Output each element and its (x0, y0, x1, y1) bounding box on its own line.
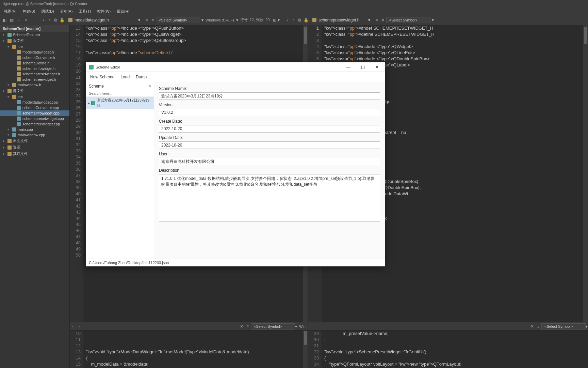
tree-item[interactable]: ▾头文件 (0, 37, 69, 44)
split-icon[interactable]: ⊞ (272, 17, 278, 23)
search-input[interactable] (86, 90, 154, 97)
close-button[interactable]: ✕ (372, 65, 382, 70)
dialog-scheme-list: Scheme ⇅ ▸ 测试方案2023年3月12日23点19分 (86, 82, 154, 259)
encoding[interactable]: Win (297, 324, 308, 328)
encoding[interactable]: Windows (CRLF) (203, 18, 236, 22)
tree-item[interactable]: ▾界面文件 (0, 138, 69, 144)
menu-item[interactable]: 分析(A) (58, 8, 76, 15)
close-icon[interactable]: ✕ (374, 17, 380, 23)
tree-item[interactable]: ▾src (0, 44, 69, 49)
tree-item[interactable]: schemeinfowidget.h (0, 66, 69, 71)
tree-item[interactable]: modeldatawidget.h (0, 49, 69, 55)
scrollbar[interactable] (583, 25, 588, 322)
expand-arrow-icon[interactable]: ▸ (88, 101, 90, 105)
tree-item[interactable]: ▾mainwindow.h (0, 82, 69, 88)
file-icon: 🗎 (53, 17, 59, 23)
menu-item[interactable]: 控件(W) (94, 8, 113, 15)
close-icon[interactable]: ✕ (239, 323, 245, 329)
scheme-editor-dialog: Scheme Editor — ▢ ✕ New Scheme Load Dump… (86, 62, 385, 266)
tree-item[interactable]: schemetreewidget.h (0, 77, 69, 82)
scheme-item-label: 测试方案2023年3月12日23点19分 (97, 98, 152, 108)
maximize-button[interactable]: ▢ (358, 65, 368, 70)
tool-icon[interactable]: ◧ (1, 17, 7, 23)
tree-item[interactable]: schemeConvertor.cpp (0, 105, 69, 110)
name-label: Scheme Name: (159, 86, 380, 91)
menu-item[interactable]: 构建(B) (20, 8, 38, 15)
close-icon[interactable]: ✕ (529, 323, 535, 329)
tree-item[interactable]: modeldatawidget.cpp (0, 99, 69, 105)
scheme-name-input[interactable] (159, 92, 380, 100)
scheme-header[interactable]: Scheme ⇅ (86, 82, 154, 90)
file-name: schemepresetwidget.h (318, 18, 359, 22)
symbol-combo-left[interactable]: <Select Symbol> (156, 17, 200, 23)
minimize-button[interactable]: — (343, 65, 354, 70)
editor-toolbar: ◧ ▤ ▫ ▿ ‹ › 🗎 🔒 modeldatawidget.h ▾ ✕ # … (0, 15, 588, 25)
nav-fwd-icon[interactable]: › (47, 17, 53, 23)
tree-item[interactable]: ▾main.cpp (0, 127, 69, 132)
lock-icon[interactable]: 🔒 (303, 17, 309, 23)
tree-item[interactable]: schemeConvertor.h (0, 55, 69, 60)
menu-item[interactable]: 工具(T) (76, 8, 94, 15)
tree-item[interactable]: ▾SchemeTool.pro (0, 32, 69, 37)
symbol-combo[interactable]: <Select Symbol> (541, 323, 586, 329)
load-button[interactable]: Load (120, 75, 130, 79)
project-name: SchemeTool [master] (0, 25, 69, 32)
menu-item[interactable]: 视图(V) (1, 8, 19, 15)
cursor-pos: 行号: 12, 列数: 20 (238, 17, 272, 22)
create-date-input[interactable] (159, 125, 380, 133)
scheme-header-label: Scheme (89, 84, 104, 89)
dialog-statusbar: C:/Users/Fuhong Zhou/Desktop/test112233.… (86, 259, 385, 266)
nav-back-icon[interactable]: ‹ (70, 323, 76, 329)
menu-item[interactable]: 调试(D) (38, 8, 56, 15)
version-label: Version: (159, 103, 380, 107)
nav-back-icon[interactable]: ‹ (40, 17, 47, 23)
tree-item[interactable]: schemepresetwidget.h (0, 71, 69, 77)
update-date-label: Update Date: (159, 135, 380, 140)
description-label: Description: (159, 168, 380, 173)
tree-item[interactable]: schemetreewidget.cpp (0, 121, 69, 127)
tree-item[interactable]: schemeDefine.h (0, 60, 69, 66)
user-label: User: (159, 152, 380, 156)
editor-bottom-right[interactable]: 293031323334 m_presetValue->name;}"kw">v… (308, 331, 588, 368)
file-icon: 🗎 (297, 17, 303, 23)
nav-fwd-icon[interactable]: › (76, 323, 82, 329)
version-input[interactable] (159, 109, 380, 116)
tree-item[interactable]: ▾mainwindow.cpp (0, 132, 69, 138)
tree-item[interactable]: schemeinfowidget.cpp (0, 110, 69, 116)
update-date-input[interactable] (159, 141, 380, 149)
dump-button[interactable]: Dump (136, 75, 147, 79)
symbol-combo[interactable]: <Select Symbol> (251, 323, 295, 329)
project-sidebar[interactable]: SchemeTool [master] ▾SchemeTool.pro▾头文件▾… (0, 25, 70, 368)
new-scheme-button[interactable]: New Scheme (90, 75, 114, 79)
file-tab-left[interactable]: modeldatawidget.h ▾ (65, 17, 144, 23)
nav-fwd-icon[interactable]: › (291, 17, 297, 23)
description-textarea[interactable] (159, 174, 380, 222)
scheme-tree-item[interactable]: ▸ 测试方案2023年3月12日23点19分 (86, 97, 154, 109)
hash-icon: # (150, 18, 156, 22)
hash-icon: # (380, 18, 386, 22)
tree-item[interactable]: ▾src (0, 94, 69, 99)
tool-icon[interactable]: ▫ (16, 17, 22, 23)
menu-item[interactable]: 帮助(H) (114, 8, 132, 15)
menu-bar: 视图(V)构建(B)调试(D)分析(A)工具(T)控件(W)帮助(H) (0, 7, 588, 15)
tool-icon[interactable]: ▤ (9, 17, 15, 23)
file-name: modeldatawidget.h (75, 18, 109, 22)
window-title: dget.cpp (src @ SchemeTool) [master] - Q… (0, 0, 588, 7)
tree-item[interactable]: ▾资源 (0, 144, 69, 151)
tree-item[interactable]: schemepresetwidget.cpp (0, 116, 69, 121)
file-tab-right[interactable]: schemepresetwidget.h ▾ (309, 17, 374, 23)
sort-icon[interactable]: ⇅ (148, 84, 151, 88)
tool-icon[interactable]: ▿ (23, 17, 29, 23)
tree-item[interactable]: ▾源文件 (0, 88, 69, 94)
lock-icon[interactable]: 🔒 (59, 17, 65, 23)
checkbox-icon[interactable] (91, 101, 95, 105)
tree-item[interactable]: ▾其它文件 (0, 151, 69, 157)
editor-bottom-left[interactable]: 10111213141516 "kw">void "type">ModelDat… (70, 331, 308, 368)
symbol-combo-right[interactable]: <Select Symbol> (386, 17, 430, 23)
dialog-titlebar[interactable]: Scheme Editor — ▢ ✕ (86, 62, 385, 72)
nav-back-icon[interactable]: ‹ (284, 17, 291, 23)
close-icon[interactable]: ✕ (144, 17, 150, 23)
user-input[interactable] (159, 158, 380, 165)
create-date-label: Create Date: (159, 119, 380, 124)
scrollbar[interactable] (303, 331, 308, 368)
